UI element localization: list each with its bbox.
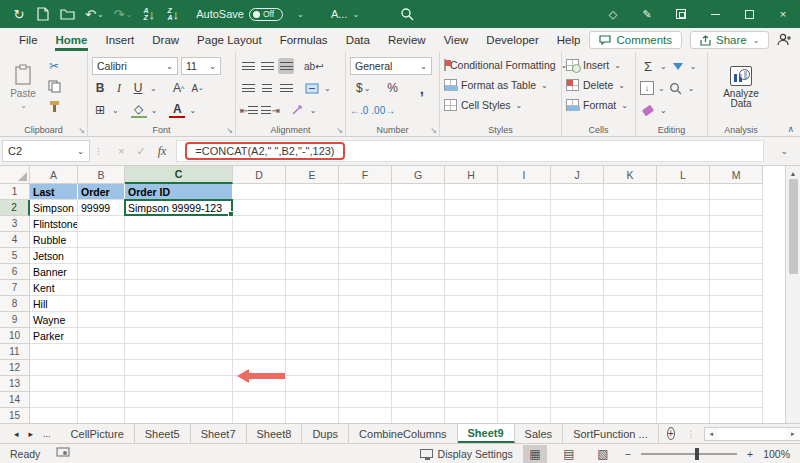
page-layout-view-button[interactable]: ▤ bbox=[557, 445, 581, 463]
cell-a3[interactable]: Flintstone bbox=[30, 216, 78, 232]
document-title-dropdown[interactable]: A...⌄ bbox=[331, 8, 359, 20]
column-header-j[interactable]: J bbox=[551, 166, 604, 184]
cell-d2[interactable] bbox=[233, 200, 286, 216]
cell-c1[interactable]: Order ID bbox=[125, 184, 233, 200]
paste-button[interactable]: Paste ⌄ bbox=[4, 55, 42, 119]
cell-i10[interactable] bbox=[498, 328, 551, 344]
cell-g15[interactable] bbox=[392, 408, 445, 423]
cell-g5[interactable] bbox=[392, 248, 445, 264]
column-header-i[interactable]: I bbox=[498, 166, 551, 184]
undo-button[interactable]: ↶⌄ bbox=[85, 6, 104, 22]
grow-font-button[interactable]: A^ bbox=[171, 80, 187, 96]
new-file-icon[interactable] bbox=[36, 6, 50, 22]
fill-button[interactable]: ↓ bbox=[640, 81, 654, 95]
cell-f12[interactable] bbox=[339, 360, 392, 376]
cell-d12[interactable] bbox=[233, 360, 286, 376]
cell-a8[interactable]: Hill bbox=[30, 296, 78, 312]
cell-k8[interactable] bbox=[604, 296, 657, 312]
cell-e1[interactable] bbox=[286, 184, 339, 200]
cell-c3[interactable] bbox=[125, 216, 233, 232]
sync-icon[interactable]: ↻ bbox=[12, 6, 26, 22]
cell-b9[interactable] bbox=[78, 312, 125, 328]
cell-f14[interactable] bbox=[339, 392, 392, 408]
number-dialog-launcher[interactable]: ↘ bbox=[430, 126, 437, 135]
cell-h1[interactable] bbox=[445, 184, 498, 200]
cell-j10[interactable] bbox=[551, 328, 604, 344]
cell-l15[interactable] bbox=[657, 408, 710, 423]
decrease-decimal-button[interactable]: .00→ bbox=[371, 102, 395, 118]
font-color-dropdown[interactable]: ⌄ bbox=[189, 106, 196, 115]
cell-e15[interactable] bbox=[286, 408, 339, 423]
tab-developer[interactable]: Developer bbox=[477, 30, 547, 51]
cell-k15[interactable] bbox=[604, 408, 657, 423]
cell-h6[interactable] bbox=[445, 264, 498, 280]
cell-e6[interactable] bbox=[286, 264, 339, 280]
cell-k1[interactable] bbox=[604, 184, 657, 200]
row-header-3[interactable]: 3 bbox=[0, 216, 30, 232]
row-header-8[interactable]: 8 bbox=[0, 296, 30, 312]
cell-e8[interactable] bbox=[286, 296, 339, 312]
cell-l8[interactable] bbox=[657, 296, 710, 312]
column-header-l[interactable]: L bbox=[657, 166, 710, 184]
cell-i11[interactable] bbox=[498, 344, 551, 360]
cell-g8[interactable] bbox=[392, 296, 445, 312]
cell-a13[interactable] bbox=[30, 376, 78, 392]
cell-i9[interactable] bbox=[498, 312, 551, 328]
cell-j8[interactable] bbox=[551, 296, 604, 312]
cell-m5[interactable] bbox=[710, 248, 763, 264]
cell-l4[interactable] bbox=[657, 232, 710, 248]
sort-descending-icon[interactable]: ZA↓ bbox=[166, 6, 180, 22]
cell-d4[interactable] bbox=[233, 232, 286, 248]
editing-mode-icon[interactable]: ✎ bbox=[630, 0, 664, 28]
cell-j12[interactable] bbox=[551, 360, 604, 376]
cell-d14[interactable] bbox=[233, 392, 286, 408]
merge-center-button[interactable] bbox=[304, 80, 320, 96]
formula-bar-splitter[interactable]: ⋮ bbox=[94, 146, 104, 156]
cell-c14[interactable] bbox=[125, 392, 233, 408]
cell-f7[interactable] bbox=[339, 280, 392, 296]
cell-i2[interactable] bbox=[498, 200, 551, 216]
horizontal-scrollbar[interactable]: ◂ ▸ bbox=[704, 427, 800, 441]
cell-m4[interactable] bbox=[710, 232, 763, 248]
column-header-k[interactable]: K bbox=[604, 166, 657, 184]
cell-h3[interactable] bbox=[445, 216, 498, 232]
orientation-button[interactable] bbox=[290, 102, 306, 118]
cell-e7[interactable] bbox=[286, 280, 339, 296]
cell-b11[interactable] bbox=[78, 344, 125, 360]
cell-l12[interactable] bbox=[657, 360, 710, 376]
autosum-dropdown[interactable]: ⌄ bbox=[660, 62, 667, 71]
cell-j3[interactable] bbox=[551, 216, 604, 232]
row-header-10[interactable]: 10 bbox=[0, 328, 30, 344]
comma-style-button[interactable]: , bbox=[414, 80, 430, 96]
cell-j7[interactable] bbox=[551, 280, 604, 296]
cell-l10[interactable] bbox=[657, 328, 710, 344]
cell-h10[interactable] bbox=[445, 328, 498, 344]
wrap-text-button[interactable]: ab↩ bbox=[304, 58, 324, 74]
page-break-view-button[interactable]: ▧ bbox=[591, 445, 615, 463]
column-header-a[interactable]: A bbox=[30, 166, 78, 184]
cell-g9[interactable] bbox=[392, 312, 445, 328]
cell-b7[interactable] bbox=[78, 280, 125, 296]
cell-b14[interactable] bbox=[78, 392, 125, 408]
close-button[interactable]: × bbox=[766, 0, 800, 28]
tab-help[interactable]: Help bbox=[548, 30, 590, 51]
sheet-tab-sheet8[interactable]: Sheet8 bbox=[247, 424, 303, 443]
cell-c5[interactable] bbox=[125, 248, 233, 264]
cell-d5[interactable] bbox=[233, 248, 286, 264]
column-header-m[interactable]: M bbox=[710, 166, 763, 184]
cell-m13[interactable] bbox=[710, 376, 763, 392]
zoom-slider[interactable] bbox=[641, 453, 737, 455]
cell-i12[interactable] bbox=[498, 360, 551, 376]
cell-f13[interactable] bbox=[339, 376, 392, 392]
analyze-data-button[interactable]: Analyze Data bbox=[712, 55, 770, 119]
search-icon[interactable] bbox=[400, 6, 414, 22]
percent-style-button[interactable]: % bbox=[384, 80, 400, 96]
bottom-align-button[interactable] bbox=[278, 58, 294, 74]
cell-j13[interactable] bbox=[551, 376, 604, 392]
cell-k9[interactable] bbox=[604, 312, 657, 328]
normal-view-button[interactable]: ▦ bbox=[523, 445, 547, 463]
cell-h15[interactable] bbox=[445, 408, 498, 423]
cell-e12[interactable] bbox=[286, 360, 339, 376]
cell-d10[interactable] bbox=[233, 328, 286, 344]
cell-f15[interactable] bbox=[339, 408, 392, 423]
